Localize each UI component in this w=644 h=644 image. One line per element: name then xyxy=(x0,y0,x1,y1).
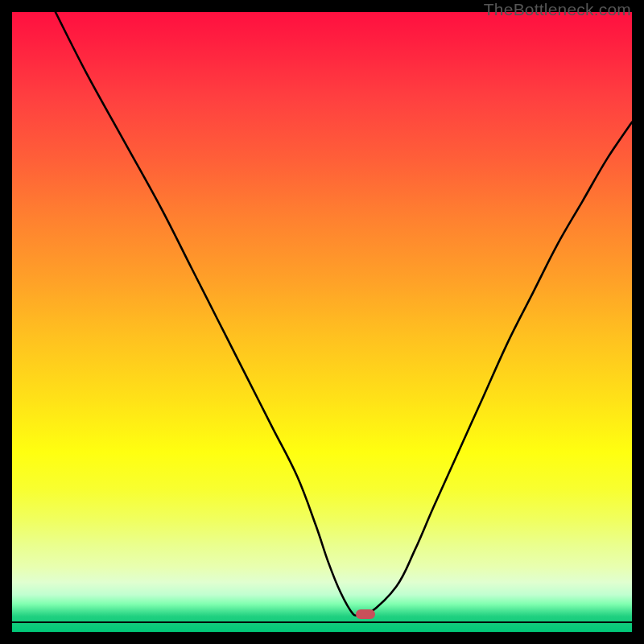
x-axis-baseline xyxy=(12,621,632,624)
bottleneck-chart xyxy=(12,12,632,632)
curve-layer xyxy=(12,12,632,632)
bottleneck-curve-path xyxy=(56,12,632,616)
optimum-marker xyxy=(356,609,375,619)
watermark-label: TheBottleneck.com xyxy=(484,0,631,19)
